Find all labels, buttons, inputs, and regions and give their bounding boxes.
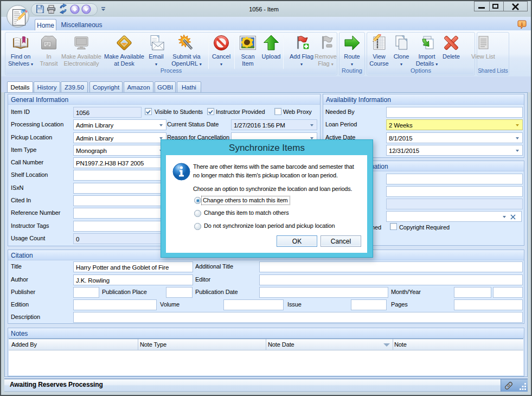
svg-text:i: i [521, 21, 523, 27]
